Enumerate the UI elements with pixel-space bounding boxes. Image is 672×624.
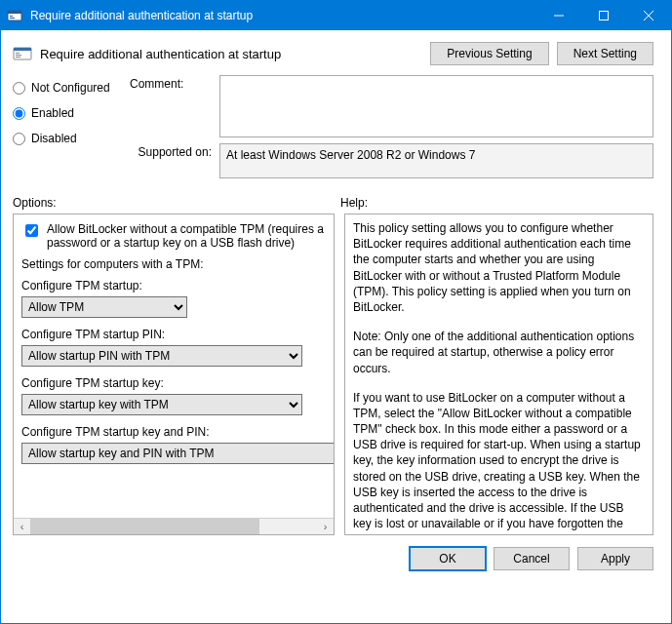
scroll-thumb[interactable]	[30, 519, 259, 534]
allow-no-tpm-row[interactable]: Allow BitLocker without a compatible TPM…	[21, 222, 324, 250]
tpm-startup-label: Configure TPM startup:	[21, 279, 324, 292]
options-horizontal-scrollbar[interactable]: ‹ ›	[14, 518, 334, 534]
cancel-button[interactable]: Cancel	[494, 547, 570, 570]
next-setting-button[interactable]: Next Setting	[557, 42, 653, 65]
radio-enabled-label: Enabled	[31, 106, 74, 120]
tpm-startup-key-select[interactable]: Allow startup key with TPM	[21, 394, 302, 415]
tpm-startup-pin-label: Configure TPM startup PIN:	[21, 328, 324, 341]
previous-setting-button[interactable]: Previous Setting	[430, 42, 548, 65]
allow-no-tpm-label: Allow BitLocker without a compatible TPM…	[47, 222, 324, 250]
state-radio-group: Not Configured Enabled Disabled	[13, 75, 130, 184]
help-paragraph: If you want to use BitLocker on a comput…	[353, 390, 645, 535]
comment-input[interactable]	[219, 75, 653, 137]
svg-rect-5	[600, 12, 609, 20]
scroll-left-icon[interactable]: ‹	[14, 519, 30, 534]
apply-button[interactable]: Apply	[577, 547, 653, 570]
tpm-startup-keypin-label: Configure TPM startup key and PIN:	[21, 425, 324, 439]
radio-enabled-input[interactable]	[13, 107, 25, 120]
radio-disabled-input[interactable]	[13, 133, 25, 145]
tpm-startup-key-label: Configure TPM startup key:	[21, 376, 324, 390]
help-paragraph: This policy setting allows you to config…	[353, 220, 645, 315]
radio-disabled-label: Disabled	[31, 132, 77, 145]
tpm-startup-select[interactable]: Allow TPM	[21, 296, 187, 318]
radio-not-configured-label: Not Configured	[31, 81, 110, 95]
supported-on-value: At least Windows Server 2008 R2 or Windo…	[219, 143, 653, 178]
radio-enabled[interactable]: Enabled	[13, 106, 130, 120]
supported-on-label: Supported on:	[130, 143, 212, 159]
svg-rect-2	[10, 16, 13, 17]
policy-icon	[13, 44, 32, 63]
scroll-right-icon[interactable]: ›	[317, 519, 334, 534]
radio-not-configured[interactable]: Not Configured	[13, 81, 130, 95]
policy-title: Require additional authentication at sta…	[40, 47, 281, 61]
radio-disabled[interactable]: Disabled	[13, 132, 130, 145]
allow-no-tpm-checkbox[interactable]	[25, 224, 38, 237]
radio-not-configured-input[interactable]	[13, 82, 25, 95]
minimize-button[interactable]	[536, 1, 581, 30]
app-icon	[7, 8, 22, 23]
tpm-settings-heading: Settings for computers with a TPM:	[21, 257, 324, 271]
comment-label: Comment:	[130, 75, 212, 91]
options-pane: Allow BitLocker without a compatible TPM…	[13, 214, 335, 535]
header: Require additional authentication at sta…	[1, 30, 671, 75]
close-button[interactable]	[626, 1, 671, 30]
title-bar: Require additional authentication at sta…	[1, 1, 671, 30]
footer: OK Cancel Apply	[1, 535, 671, 582]
svg-rect-9	[14, 48, 31, 51]
svg-rect-3	[10, 18, 15, 19]
svg-rect-11	[16, 55, 21, 56]
window-title: Require additional authentication at sta…	[30, 9, 536, 22]
help-paragraph: Note: Only one of the additional authent…	[353, 329, 645, 376]
svg-rect-12	[16, 57, 20, 58]
options-section-label: Options:	[13, 196, 57, 210]
tpm-startup-pin-select[interactable]: Allow startup PIN with TPM	[21, 345, 302, 367]
tpm-startup-keypin-select[interactable]: Allow startup key and PIN with TPM	[21, 443, 334, 464]
ok-button[interactable]: OK	[410, 547, 486, 570]
help-section-label: Help:	[340, 196, 368, 210]
svg-rect-1	[8, 11, 21, 14]
maximize-button[interactable]	[581, 1, 626, 30]
help-pane[interactable]: This policy setting allows you to config…	[344, 214, 653, 535]
svg-rect-10	[16, 53, 20, 54]
